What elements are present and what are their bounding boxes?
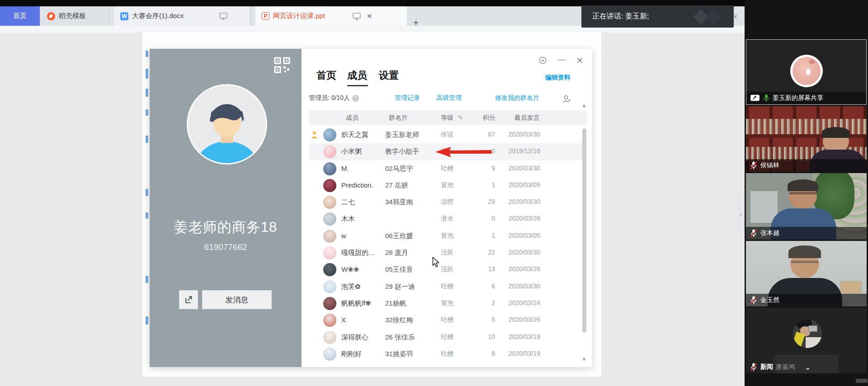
member-avatar — [323, 145, 336, 158]
person-avatar-graphic — [188, 85, 266, 163]
participant-tile-avatar[interactable]: 新闻 唐嘉鸿 ⌄ — [746, 308, 867, 373]
clipped-text-fragment — [146, 316, 148, 325]
level-pencil-icon[interactable]: ✎ — [458, 114, 463, 121]
person-hair — [788, 245, 821, 258]
member-lastpost: 2020/03/30 — [509, 282, 540, 290]
table-row[interactable]: 木木 潜水 0 2020/03/26 — [309, 211, 587, 227]
table-row[interactable]: 二七 34韩亚南 话唠 29 2020/03/30 — [309, 194, 587, 211]
participant-tile-video[interactable]: 金玉然 — [746, 241, 867, 306]
participant-tile-video[interactable]: 侯锡林 — [746, 106, 867, 172]
clipped-text-fragment — [146, 136, 148, 143]
member-points: 8 — [468, 350, 495, 357]
help-icon[interactable]: ? — [352, 95, 359, 102]
member-list-scrollbar[interactable] — [582, 128, 586, 333]
mic-muted-icon — [750, 161, 758, 170]
admin-log-link[interactable]: 管理记录 — [395, 94, 420, 102]
member-avatar — [323, 331, 336, 344]
send-message-button[interactable]: 发消息 — [202, 290, 272, 309]
table-row[interactable]: M. 02马思宇 吐槽 9 2020/03/30 — [309, 160, 587, 177]
qr-code-icon[interactable] — [274, 56, 291, 74]
member-card: 06王欣媛 — [385, 232, 413, 240]
tab-docx[interactable]: W 大赛会序(1).docx — [114, 6, 250, 26]
member-card: 32徐红梅 — [385, 316, 413, 325]
table-row[interactable]: W❀❀ 05王佳音 活跃 13 2020/03/26 — [309, 261, 587, 278]
tab-group-settings[interactable]: 设置 — [379, 69, 399, 82]
member-avatar — [323, 280, 336, 293]
member-name: 炽天之翼 — [341, 131, 368, 139]
member-lastpost: 2020/03/05 — [509, 232, 540, 239]
speaking-toast-text: 正在讲话: 姜玉新; — [592, 12, 649, 21]
member-list: 炽天之翼 姜玉新老师 传说 67 2020/03/30 小米粥 — [309, 127, 587, 362]
clipped-text-fragment — [146, 69, 148, 79]
member-lastpost: 2020/03/26 — [509, 215, 540, 222]
close-icon[interactable]: ✕ — [576, 55, 584, 66]
member-level: 潜水 — [441, 215, 453, 223]
col-member: 成员 — [346, 114, 359, 122]
member-lastpost: 2020/03/19 — [509, 333, 540, 340]
member-points: 29 — [468, 198, 495, 205]
window-badge-icon[interactable] — [538, 56, 547, 67]
participant-label: 新闻 唐嘉鸿 ⌄ — [746, 361, 867, 373]
member-card: 28 庞月 — [385, 249, 408, 257]
member-points: 22 — [468, 249, 495, 256]
scroll-down-icon[interactable]: ▼ — [581, 356, 587, 362]
participant-name: 姜玉新的屏幕共享 — [773, 94, 823, 102]
tab-close-icon[interactable]: ✕ — [367, 12, 373, 20]
participant-label: 张本越 — [746, 227, 867, 240]
edit-profile-link[interactable]: 编辑资料 — [545, 74, 571, 82]
member-name: W❀❀ — [341, 265, 359, 273]
member-name: 帆帆帆ff✾ — [341, 299, 371, 308]
tab-ppt[interactable]: P 网页设计说课.ppt ✕ — [255, 6, 407, 26]
tab-home[interactable]: 首页 — [0, 6, 40, 26]
tab-group-members[interactable]: 成员 — [347, 69, 367, 82]
tab-docer-template[interactable]: 稻壳模板 — [47, 6, 108, 26]
table-row[interactable]: 深得朕心 26 张佳乐 吐槽 10 2020/03/19 — [309, 329, 587, 346]
member-name: M. — [341, 165, 349, 172]
participant-name: 新闻 — [760, 363, 773, 371]
tab-scroll-left-icon[interactable]: ‹ — [734, 11, 737, 21]
admin-bar: 管理员: 0/10人? 管理记录 高级管理 修改我的群名片 — [309, 94, 585, 105]
member-card: 教学小助手 — [385, 147, 419, 156]
member-avatar — [323, 263, 336, 276]
table-row[interactable]: 帆帆帆ff✾ 21杨帆 冒泡 2 2020/03/24 — [309, 295, 587, 312]
participants-sidebar: 姜玉新的屏幕共享 侯锡林 — [745, 0, 868, 386]
mic-muted-icon — [750, 229, 758, 238]
member-level: 话唠 — [441, 198, 453, 206]
group-avatar — [187, 84, 267, 165]
member-card: 31姚姿羽 — [385, 350, 413, 358]
person-add-icon[interactable] — [562, 94, 571, 104]
chevron-down-icon[interactable]: ⌄ — [805, 363, 811, 372]
advanced-manage-link[interactable]: 高级管理 — [436, 94, 462, 102]
col-lastpost: 最后发言 — [514, 114, 540, 122]
participant-tile-screenshare[interactable]: 姜玉新的屏幕共享 — [746, 39, 867, 105]
member-card: 02马思宇 — [385, 165, 413, 173]
table-row[interactable]: 小米粥 教学小助手 潜水 0 2019/12/16 — [309, 143, 587, 160]
table-row[interactable]: X 32徐红梅 吐槽 5 2020/03/26 — [309, 312, 587, 329]
speaking-toast: 正在讲话: 姜玉新; — [581, 5, 734, 28]
person-hair — [822, 127, 850, 138]
table-row[interactable]: Prediction. 27 岳妍 冒泡 1 2020/03/05 — [309, 177, 587, 194]
member-lastpost: 2020/03/24 — [509, 299, 540, 306]
member-avatar — [323, 348, 336, 361]
member-level: 吐槽 — [441, 333, 453, 341]
member-level: 吐槽 — [441, 316, 453, 324]
participant-tile-video[interactable]: 张本越 — [746, 173, 867, 240]
member-name: 二七 — [341, 198, 355, 207]
minimize-icon[interactable]: — — [557, 54, 566, 65]
table-row[interactable]: 嘎嘎甜的... 28 庞月 活跃 22 2020/03/30 — [309, 245, 587, 261]
table-row[interactable]: 泡芙✿ 29 赵一迪 吐槽 6 2020/03/30 — [309, 278, 587, 295]
scroll-up-icon[interactable]: ▲ — [581, 102, 587, 108]
ppt-doc-icon: P — [262, 12, 269, 20]
word-doc-icon: W — [120, 12, 128, 20]
tab-group-home[interactable]: 首页 — [316, 69, 336, 82]
participant-label: 侯锡林 — [746, 159, 867, 172]
edit-my-card-link[interactable]: 修改我的群名片 — [495, 94, 539, 102]
table-row[interactable]: 刚刚好 31姚姿羽 吐槽 8 2020/03/19 — [309, 346, 587, 362]
share-group-button[interactable] — [179, 290, 198, 309]
sidebar-collapse-handle[interactable]: › — [737, 193, 745, 234]
table-row[interactable]: 炽天之翼 姜玉新老师 传说 67 2020/03/30 — [309, 127, 587, 143]
avatar — [793, 319, 822, 348]
table-row[interactable]: w 06王欣媛 冒泡 1 2020/03/05 — [309, 228, 587, 245]
clipped-text-fragment — [146, 212, 148, 219]
member-points: 2 — [468, 299, 495, 306]
